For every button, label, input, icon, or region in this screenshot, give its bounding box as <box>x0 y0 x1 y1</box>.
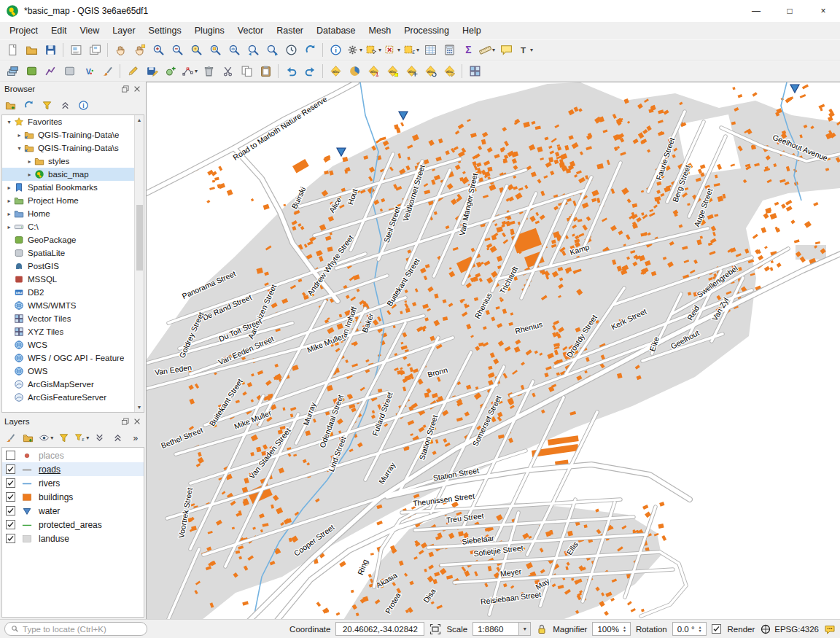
scrollbar-thumb[interactable] <box>136 205 143 271</box>
extents-toggle-icon[interactable] <box>429 623 441 635</box>
coordinate-input[interactable]: 20.46062,-34.02842 <box>335 622 424 636</box>
messages-icon[interactable] <box>824 623 836 635</box>
browser-item-db2[interactable]: DB2DB2 <box>2 286 134 299</box>
collapse-all-button[interactable] <box>57 98 74 114</box>
dropdown-arrow-icon[interactable]: ▾ <box>416 47 419 53</box>
rotate-label-button[interactable]: abc <box>421 63 439 80</box>
browser-item-favorites[interactable]: ▾Favorites <box>2 115 134 128</box>
menu-project[interactable]: Project <box>3 24 44 37</box>
show-map-tips-button[interactable] <box>497 42 515 59</box>
layer-checkbox-roads[interactable] <box>6 464 15 474</box>
add-feature-button[interactable] <box>162 63 179 80</box>
menu-help[interactable]: Help <box>456 24 488 37</box>
menu-plugins[interactable]: Plugins <box>188 24 231 37</box>
layer-checkbox-water[interactable] <box>6 506 15 516</box>
map-decorations-button[interactable] <box>466 63 483 80</box>
browser-item-wms-wmts[interactable]: WMS/WMTS <box>2 299 134 312</box>
close-button[interactable]: × <box>806 0 840 22</box>
collapse-all-button[interactable] <box>109 430 126 446</box>
layer-checkbox-places[interactable] <box>6 451 15 460</box>
menu-view[interactable]: View <box>73 24 106 37</box>
identify-features-button[interactable]: i <box>327 42 344 59</box>
browser-item-basic-map[interactable]: ▸basic_map <box>2 168 134 181</box>
toggle-editing-button[interactable] <box>124 63 141 80</box>
panel-overflow-button[interactable]: » <box>128 430 144 446</box>
scrollbar-down-icon[interactable]: ▼ <box>137 402 142 412</box>
select-by-expression-button[interactable]: ε▾ <box>402 42 420 59</box>
browser-item-spatialite[interactable]: SpatiaLite <box>2 246 134 260</box>
zoom-to-layer-button[interactable] <box>225 42 243 59</box>
render-checkbox[interactable] <box>712 624 721 634</box>
save-project-button[interactable] <box>42 42 59 59</box>
menu-database[interactable]: Database <box>310 24 362 37</box>
locate-box[interactable]: Type to locate (Ctrl+K) <box>4 622 147 636</box>
layer-checkbox-buildings[interactable] <box>6 492 15 502</box>
render-toggle[interactable]: Render <box>712 624 755 634</box>
dropdown-arrow-icon[interactable]: ▾ <box>492 47 495 53</box>
dropdown-arrow-icon[interactable]: ▾ <box>378 47 381 53</box>
run-feature-action-button[interactable]: ▾ <box>346 42 363 59</box>
browser-item-geopackage[interactable]: GeoPackage <box>2 233 134 246</box>
layers-float-button[interactable] <box>121 417 130 426</box>
new-project-button[interactable] <box>4 42 21 59</box>
refresh-browser-button[interactable] <box>20 98 37 114</box>
layer-item-water[interactable]: water <box>2 504 144 518</box>
deselect-features-button[interactable]: ▾ <box>384 42 401 59</box>
tree-expand-icon[interactable]: ▾ <box>15 145 24 152</box>
tree-expand-icon[interactable]: ▸ <box>15 132 24 139</box>
delete-selected-button[interactable] <box>200 63 217 80</box>
vertex-tool-button[interactable]: ▾ <box>181 63 198 80</box>
add-group-button[interactable] <box>20 430 37 446</box>
browser-item-wcs[interactable]: WCS <box>2 338 134 351</box>
dropdown-arrow-icon[interactable]: ▾ <box>50 435 53 441</box>
menu-edit[interactable]: Edit <box>44 24 74 37</box>
layer-item-rivers[interactable]: rivers <box>2 476 144 490</box>
browser-item-spatial-bookmarks[interactable]: ▸Spatial Bookmarks <box>2 181 134 194</box>
browser-item-qgis-training-data-s[interactable]: ▾QGIS-Training-Data\s <box>2 141 134 155</box>
rotation-spin-icons[interactable]: ▴▾ <box>699 626 701 633</box>
open-field-calculator-button[interactable] <box>440 42 458 59</box>
layer-item-landuse[interactable]: landuse <box>2 532 144 545</box>
browser-item-xyz-tiles[interactable]: XYZ Tiles <box>2 325 134 338</box>
new-virtual-layer-button[interactable]: V <box>79 63 97 80</box>
temporal-controller-button[interactable] <box>282 42 300 59</box>
browser-item-arcgisfeatureserver[interactable]: ArcGisFeatureServer <box>2 391 134 404</box>
paste-features-button[interactable] <box>257 63 274 80</box>
maximize-button[interactable]: □ <box>773 0 806 22</box>
layer-labeling-button[interactable]: abc <box>327 63 344 80</box>
change-label-button[interactable]: abc <box>440 63 458 80</box>
browser-item-home[interactable]: ▸Home <box>2 207 134 220</box>
add-directory-button[interactable] <box>2 98 19 114</box>
layer-item-roads[interactable]: roads <box>2 462 144 476</box>
browser-item-qgis-training-data-e[interactable]: ▸QGIS-Training-Data\e <box>2 128 134 141</box>
lock-scale-icon[interactable] <box>536 623 548 635</box>
browser-item-arcgismapserver[interactable]: ArcGisMapServer <box>2 378 134 391</box>
layer-item-places[interactable]: places <box>2 448 144 462</box>
open-project-button[interactable] <box>23 42 40 59</box>
tree-expand-icon[interactable]: ▸ <box>25 171 34 178</box>
move-label-button[interactable]: abc <box>402 63 420 80</box>
filter-legend-button[interactable] <box>56 430 73 446</box>
style-manager-button[interactable] <box>98 63 116 80</box>
manage-map-themes-button[interactable]: ▾ <box>38 430 55 446</box>
layers-close-button[interactable] <box>133 417 141 426</box>
show-statistical-summary-button[interactable]: Σ <box>459 42 477 59</box>
dropdown-arrow-icon[interactable]: ▾ <box>530 47 533 53</box>
refresh-map-button[interactable] <box>301 42 319 59</box>
tree-expand-icon[interactable]: ▸ <box>4 211 14 217</box>
menu-raster[interactable]: Raster <box>270 24 310 37</box>
tree-expand-icon[interactable]: ▸ <box>25 158 34 165</box>
scale-combo[interactable]: 1:8860 ▾ <box>472 622 531 636</box>
browser-item-styles[interactable]: ▸styles <box>2 155 134 168</box>
dropdown-arrow-icon[interactable]: ▾ <box>86 435 89 441</box>
new-shapefile-layer-button[interactable] <box>42 63 59 80</box>
browser-item-ows[interactable]: OWS <box>2 365 134 378</box>
layer-diagrams-button[interactable] <box>346 63 363 80</box>
open-data-source-manager-button[interactable] <box>4 63 21 80</box>
cut-features-button[interactable] <box>219 63 236 80</box>
scrollbar-track[interactable] <box>135 125 144 402</box>
scale-combo-arrow-icon[interactable]: ▾ <box>519 622 531 636</box>
browser-item-c[interactable]: ▸C:\ <box>2 220 134 233</box>
browser-item-wfs-ogc-api-feature[interactable]: WFS / OGC API - Feature <box>2 351 134 365</box>
map-canvas[interactable]: Road to Marloth Nature ReserveGeelhout A… <box>146 82 840 619</box>
